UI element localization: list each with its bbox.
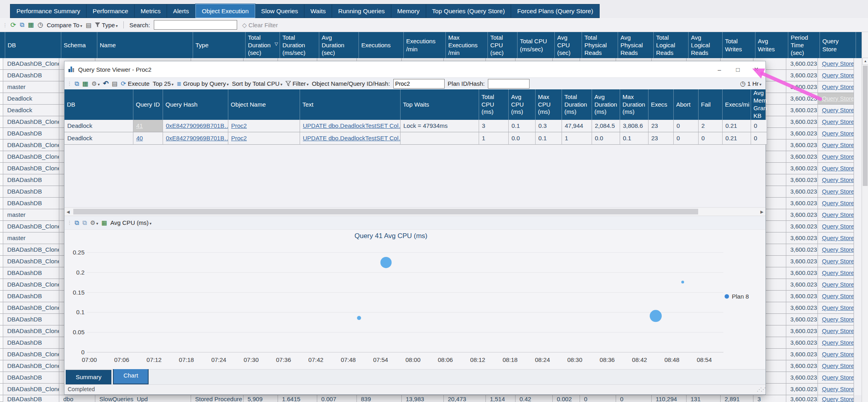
col-executions-min[interactable]: Executions /min <box>404 32 446 58</box>
dcol-fail[interactable]: Fail <box>699 89 723 120</box>
data-point[interactable] <box>381 257 392 268</box>
clear-filter-button[interactable]: ◇ Clear Filter <box>242 22 278 28</box>
dcol-object-name[interactable]: Object Name <box>228 89 300 120</box>
row-selector[interactable] <box>0 139 3 151</box>
type-filter-button[interactable]: Type▾ <box>95 22 117 28</box>
query-store-link[interactable]: Query Store <box>822 188 854 195</box>
query-store-link[interactable]: Query Store <box>822 351 854 358</box>
dcol-text[interactable]: Text <box>300 89 401 120</box>
row-selector[interactable] <box>0 395 3 402</box>
col-period-time-sec[interactable]: Period Time (sec) <box>788 32 820 58</box>
dcol-avg-duration-ms[interactable]: Avg Duration (ms) <box>592 89 620 120</box>
row-selector[interactable] <box>0 232 3 244</box>
row-selector[interactable] <box>0 93 3 105</box>
dcol-abort[interactable]: Abort <box>674 89 699 120</box>
query-store-link[interactable]: Query Store <box>822 396 854 402</box>
group-by-button[interactable]: ≣ Group by Query▾ <box>177 80 229 87</box>
compare-to-button[interactable]: Compare To▾ <box>47 22 82 28</box>
dcol-query-id[interactable]: Query ID <box>133 89 163 120</box>
dcol-execs[interactable]: Execs <box>648 89 674 120</box>
minimize-button[interactable]: – <box>710 61 729 77</box>
row-selector[interactable] <box>0 116 3 128</box>
sort-by-button[interactable]: Sort by Total CPU▾ <box>232 80 282 87</box>
top-n-button[interactable]: Top 25▾ <box>153 80 173 87</box>
close-button[interactable]: × <box>747 61 765 77</box>
row-selector[interactable] <box>0 244 3 256</box>
tab-waits[interactable]: Waits <box>304 4 332 18</box>
dcol-execs-mi[interactable]: Execs/mi <box>723 89 751 120</box>
row-selector[interactable] <box>0 151 3 163</box>
execute-button[interactable]: ⟳ Execute <box>121 80 149 87</box>
row-selector[interactable] <box>0 209 3 221</box>
query-store-link[interactable]: Query Store <box>822 362 854 369</box>
col-executions[interactable]: Executions <box>359 32 404 58</box>
query-store-link[interactable]: Query Store <box>822 339 854 346</box>
query-store-link[interactable]: Query Store <box>822 60 854 67</box>
query-text-link[interactable]: UPDATE dbo.DeadlockTestSET Col… <box>303 135 401 141</box>
row-selector[interactable] <box>0 291 3 302</box>
col-total-cpu-ms-sec[interactable]: Total CPU (ms/sec) <box>518 32 555 58</box>
row-selector[interactable] <box>0 256 3 267</box>
copy-image-icon[interactable]: ⧉ <box>82 220 87 226</box>
row-selector[interactable] <box>0 349 3 360</box>
query-text-link[interactable]: UPDATE dbo.DeadlockTestSET Col… <box>303 122 401 129</box>
query-store-link[interactable]: Query Store <box>822 293 854 299</box>
row-selector[interactable] <box>0 325 3 337</box>
row-selector[interactable] <box>0 70 3 81</box>
search-input[interactable] <box>154 20 237 30</box>
row-selector[interactable] <box>0 128 3 139</box>
row-selector[interactable] <box>0 186 3 198</box>
tab-slow-queries[interactable]: Slow Queries <box>255 4 304 18</box>
row-selector[interactable] <box>0 58 3 70</box>
scrollbar-thumb[interactable] <box>863 66 868 186</box>
dcol-total-cpu-ms[interactable]: Total CPU (ms) <box>479 89 509 120</box>
query-store-link[interactable]: Query Store <box>822 281 854 288</box>
col-total-cpu-sec[interactable]: Total CPU (sec) <box>488 32 518 58</box>
copy-icon[interactable]: ⧉ <box>75 81 79 87</box>
settings-button[interactable]: ⚙▾ <box>92 80 100 87</box>
col-avg-logical-reads[interactable]: Avg Logical Reads <box>689 32 723 58</box>
tab-memory[interactable]: Memory <box>391 4 426 18</box>
query-store-link[interactable]: Query Store <box>822 258 854 265</box>
tab-object-execution[interactable]: Object Execution <box>195 4 255 18</box>
refresh-icon[interactable]: ⟳ <box>10 22 16 28</box>
query-store-link[interactable]: Query Store <box>822 269 854 276</box>
query-store-link[interactable]: Query Store <box>822 327 854 334</box>
columns-icon[interactable]: ▤ <box>86 22 91 28</box>
row-selector[interactable] <box>0 221 3 232</box>
row-selector[interactable] <box>0 198 3 209</box>
chart-settings-button[interactable]: ⚙▾ <box>90 219 98 226</box>
dcol-total-duration-ms[interactable]: Total Duration (ms) <box>562 89 592 120</box>
col-avg-writes[interactable]: Avg Writes <box>755 32 788 58</box>
query-id-link[interactable]: 41 <box>136 122 143 129</box>
tab-forced-plans-query-store[interactable]: Forced Plans (Query Store) <box>511 4 600 18</box>
query-store-link[interactable]: Query Store <box>822 200 854 206</box>
tab-metrics[interactable]: Metrics <box>135 4 167 18</box>
vertical-scrollbar[interactable]: ▲ <box>862 32 868 402</box>
columns-icon[interactable]: ▤ <box>112 81 117 87</box>
dcol-max-cpu-ms[interactable]: Max CPU (ms) <box>536 89 562 120</box>
query-id-link[interactable]: 40 <box>136 135 143 141</box>
dcol-max-duration-ms[interactable]: Max Duration (ms) <box>620 89 648 120</box>
tab-performance-summary[interactable]: Performance Summary <box>10 4 87 18</box>
query-store-link[interactable]: Query Store <box>822 72 854 79</box>
query-store-link[interactable]: Query Store <box>822 246 854 253</box>
dcol-query-hash[interactable]: Query Hash <box>163 89 228 120</box>
scroll-right-icon[interactable]: ▶ <box>758 210 765 214</box>
chart-legend[interactable]: Plan 8 <box>725 293 749 300</box>
col-total-logical-reads[interactable]: Total Logical Reads <box>654 32 689 58</box>
col-type[interactable]: Type <box>193 32 246 58</box>
query-store-link[interactable]: Query Store <box>822 130 854 137</box>
query-store-link[interactable]: Query Store <box>822 211 854 218</box>
query-store-link[interactable]: Query Store <box>822 107 854 113</box>
resize-grip-icon[interactable]: ⋰⋰ <box>757 385 765 394</box>
copy-icon[interactable]: ⧉ <box>20 22 24 28</box>
query-store-link[interactable]: Query Store <box>822 223 854 230</box>
object-name-link[interactable]: Proc2 <box>231 135 247 141</box>
col-avg-physical-reads[interactable]: Avg Physical Reads <box>618 32 654 58</box>
tab-performance[interactable]: Performance <box>87 4 135 18</box>
col-total-physical-reads[interactable]: Total Physical Reads <box>582 32 618 58</box>
undo-icon[interactable]: ↶ <box>103 80 109 87</box>
query-hash-link[interactable]: 0xE842790969B701B… <box>166 122 228 129</box>
filter-button[interactable]: Filter▾ <box>286 80 309 87</box>
